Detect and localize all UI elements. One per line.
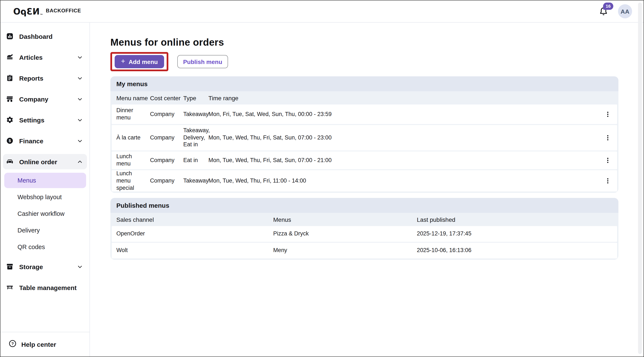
svg-text:?: ? (11, 341, 14, 346)
row-actions-kebab-icon[interactable] (603, 133, 612, 142)
last-published-cell: 2025-10-06, 16:13:06 (417, 247, 612, 254)
sidebar-subitem-webshop-layout[interactable]: Webshop layout (4, 189, 86, 205)
storage-box-icon (6, 263, 14, 270)
column-header: Menu name (116, 95, 150, 101)
chevron-down-icon (77, 117, 83, 123)
dollar-circle-icon: $ (6, 137, 14, 145)
burger-icon (6, 53, 14, 61)
sidebar-item-reports[interactable]: Reports (3, 70, 87, 86)
type-cell: Takeaway (183, 177, 208, 185)
logo-letter: Ɛ (27, 6, 32, 17)
time-range-cell: Mon, Tue, Wed, Thu, Fri, Sat, Sun, 07:00… (208, 134, 600, 141)
sidebar-item-label: Company (19, 95, 48, 103)
dashboard-icon (6, 33, 14, 40)
published-menus-table: Published menus Sales channel Menus Last… (110, 198, 618, 260)
gear-icon (6, 116, 14, 124)
annotation-highlight: + Add menu (110, 52, 168, 71)
sidebar-item-dashboard[interactable]: Dashboard (3, 29, 87, 44)
time-range-cell: Mon, Fri, Tue, Sat, Wed, Sun, Thu, 00:00… (208, 111, 600, 118)
logo-letter: И (32, 6, 40, 17)
page-scrollbar[interactable] (638, 3, 642, 354)
publish-menu-button[interactable]: Publish menu (177, 55, 228, 68)
sidebar-item-label: Dashboard (19, 33, 53, 40)
sidebar-item-label: Table management (19, 284, 77, 291)
subitem-label: Menus (18, 177, 36, 184)
sidebar-subitem-cashier-workflow[interactable]: Cashier workflow (4, 206, 86, 221)
menu-name-cell: À la carte (116, 134, 150, 141)
column-header: Last published (417, 216, 612, 223)
svg-text:$: $ (9, 138, 11, 143)
bell-icon (598, 11, 608, 18)
sidebar-item-storage[interactable]: Storage (3, 259, 87, 274)
my-menus-title: My menus (110, 76, 618, 91)
row-actions-kebab-icon[interactable] (603, 176, 612, 186)
subitem-label: Webshop layout (18, 194, 62, 200)
top-bar: OρƐИ ™ BACKOFFICE 16 AA (0, 1, 644, 23)
chevron-down-icon (77, 75, 83, 81)
sidebar-item-company[interactable]: Company (3, 91, 87, 107)
type-cell: Takeaway (183, 111, 208, 118)
sidebar-item-articles[interactable]: Articles (3, 50, 87, 65)
chevron-down-icon (77, 96, 83, 102)
sidebar-item-table-management[interactable]: Table management (3, 280, 87, 295)
sidebar-item-label: Settings (19, 116, 44, 124)
column-header: Sales channel (116, 216, 273, 223)
notification-badge: 16 (603, 2, 613, 10)
sidebar-item-settings[interactable]: Settings (3, 112, 87, 128)
online-order-subnav: Menus Webshop layout Cashier workflow De… (4, 173, 86, 255)
column-header: Time range (208, 95, 600, 101)
subitem-label: Cashier workflow (18, 210, 64, 217)
table-row: À la carte Company Takeaway, Delivery, E… (112, 125, 617, 151)
sidebar: Dashboard Articles Reports Company (0, 23, 90, 356)
table-icon (6, 284, 14, 291)
storefront-icon (6, 95, 14, 103)
subitem-label: QR codes (18, 243, 45, 250)
trademark-symbol: ™ (40, 13, 43, 16)
chevron-down-icon (77, 138, 83, 144)
sidebar-subitem-delivery[interactable]: Delivery (4, 223, 86, 238)
cost-center-cell: Company (150, 157, 183, 164)
menus-cell: Pizza & Dryck (273, 230, 417, 238)
menu-name-cell: Lunch menu special (116, 170, 150, 192)
table-row: Lunch menu Company Eat in Mon, Tue, Wed,… (112, 151, 617, 169)
help-center-button[interactable]: ? Help center (0, 332, 90, 356)
clipboard-icon (6, 74, 14, 82)
sidebar-item-label: Reports (19, 75, 43, 82)
table-row: Wolt Meny 2025-10-06, 16:13:06 (112, 243, 617, 259)
plus-icon: + (121, 58, 125, 65)
sales-channel-cell: Wolt (116, 247, 273, 254)
my-menus-header-row: Menu name Cost center Type Time range (110, 91, 618, 105)
notifications-button[interactable]: 16 (598, 6, 608, 17)
add-menu-button[interactable]: + Add menu (115, 55, 164, 68)
sidebar-subitem-menus[interactable]: Menus (4, 173, 86, 188)
actions-row: + Add menu Publish menu (110, 52, 644, 71)
brand-logo: OρƐИ ™ BACKOFFICE (13, 6, 81, 17)
add-menu-label: Add menu (128, 58, 158, 65)
my-menus-table: My menus Menu name Cost center Type Time… (110, 76, 618, 193)
cost-center-cell: Company (150, 111, 183, 118)
topbar-right: 16 AA (598, 4, 632, 18)
avatar[interactable]: AA (618, 4, 632, 18)
menu-name-cell: Dinner menu (116, 107, 150, 122)
table-row: OpenOrder Pizza & Dryck 2025-12-19, 17:3… (112, 226, 617, 242)
sidebar-subitem-qr-codes[interactable]: QR codes (4, 239, 86, 255)
row-actions-kebab-icon[interactable] (603, 156, 612, 165)
logo-letter: ρ (20, 6, 27, 17)
type-cell: Eat in (183, 157, 208, 164)
table-row: Dinner menu Company Takeaway Mon, Fri, T… (112, 105, 617, 124)
sidebar-item-online-order[interactable]: Online order (3, 154, 87, 169)
row-actions-kebab-icon[interactable] (603, 110, 612, 119)
app-window: OρƐИ ™ BACKOFFICE 16 AA Dashboard (0, 0, 644, 357)
table-row: Lunch menu special Company Takeaway Mon,… (112, 170, 617, 192)
cost-center-cell: Company (150, 177, 183, 185)
published-menus-title: Published menus (110, 198, 618, 213)
chevron-down-icon (77, 54, 83, 60)
logo-letter: O (13, 6, 20, 17)
car-icon (6, 158, 14, 166)
column-header: Menus (273, 216, 417, 223)
chevron-down-icon (77, 264, 83, 269)
sidebar-item-finance[interactable]: $ Finance (3, 133, 87, 148)
sidebar-item-label: Articles (19, 54, 42, 61)
help-center-label: Help center (21, 341, 56, 348)
menu-name-cell: Lunch menu (116, 153, 150, 168)
